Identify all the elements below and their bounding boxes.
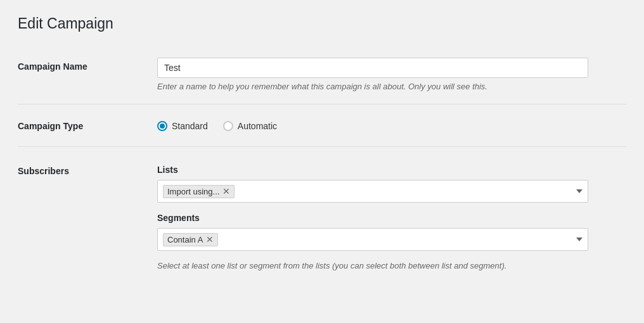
campaign-name-input[interactable] (157, 58, 588, 78)
campaign-name-label: Campaign Name (18, 50, 157, 99)
radio-standard[interactable] (157, 121, 167, 131)
list-tag-import-text: Import using... (167, 187, 219, 196)
radio-automatic-label: Automatic (238, 121, 277, 131)
radio-automatic[interactable] (223, 121, 233, 131)
spacer-row-1 (18, 99, 626, 110)
segments-dropdown-arrow[interactable] (576, 238, 583, 241)
segment-tag-contain-a-text: Contain A (167, 235, 203, 244)
radio-label-standard[interactable]: Standard (157, 121, 208, 131)
divider-2 (18, 146, 626, 147)
segments-label: Segments (157, 213, 626, 223)
lists-section: Lists Import using... ✕ (157, 165, 626, 203)
segment-tag-contain-a-remove[interactable]: ✕ (206, 235, 214, 244)
radio-standard-label: Standard (172, 121, 208, 131)
segment-tag-contain-a: Contain A ✕ (163, 233, 218, 246)
campaign-type-row: Campaign Type Standard Automatic (18, 110, 626, 141)
campaign-type-radio-group: Standard Automatic (157, 117, 626, 131)
segments-select[interactable]: Contain A ✕ (157, 228, 588, 251)
spacer-row-2 (18, 141, 626, 152)
page-title: Edit Campaign (18, 15, 626, 32)
subscribers-row: Subscribers Lists Import using... ✕ (18, 152, 626, 278)
lists-label: Lists (157, 165, 626, 175)
segments-section: Segments Contain A ✕ Select at least one… (157, 213, 626, 270)
subscribers-cell: Lists Import using... ✕ Segments (157, 152, 626, 278)
list-tag-import-remove[interactable]: ✕ (222, 187, 230, 196)
subscribers-section: Lists Import using... ✕ Segments (157, 160, 626, 270)
subscribers-label: Subscribers (18, 152, 157, 278)
edit-campaign-form: Campaign Name Enter a name to help you r… (18, 50, 626, 278)
divider-1 (18, 104, 626, 104)
campaign-type-cell: Standard Automatic (157, 110, 626, 141)
campaign-name-hint: Enter a name to help you remember what t… (157, 82, 588, 91)
campaign-type-label: Campaign Type (18, 110, 157, 141)
campaign-name-cell: Enter a name to help you remember what t… (157, 50, 626, 99)
lists-select[interactable]: Import using... ✕ (157, 180, 588, 203)
lists-dropdown-arrow[interactable] (576, 189, 583, 193)
segments-hint: Select at least one list or segment from… (157, 261, 588, 270)
campaign-name-row: Campaign Name Enter a name to help you r… (18, 50, 626, 99)
radio-label-automatic[interactable]: Automatic (223, 121, 277, 131)
list-tag-import: Import using... ✕ (163, 185, 235, 198)
